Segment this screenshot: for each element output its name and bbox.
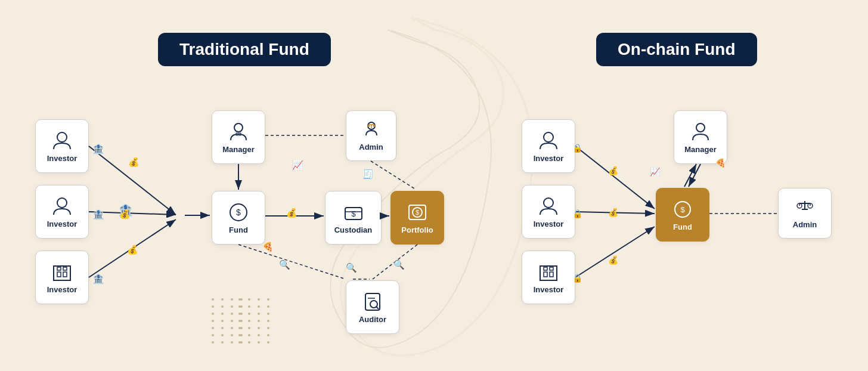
svg-text:$: $: [236, 208, 241, 217]
money-bag-2: 💰: [119, 209, 131, 219]
svg-line-59: [575, 227, 655, 277]
trad-investor2: Investor: [35, 185, 89, 239]
investor-icon: [538, 130, 559, 152]
svg-line-61: [684, 164, 696, 187]
svg-point-18: [373, 125, 376, 127]
trad-investor3: Investor: [35, 251, 89, 304]
trad-investor2-label: Investor: [47, 219, 78, 228]
trad-manager-label: Manager: [222, 145, 254, 154]
money-bag-1: 💰: [128, 157, 140, 168]
svg-line-24: [376, 307, 379, 309]
money-oc-2: 💰: [608, 208, 618, 217]
chart-trad: 📈: [292, 160, 303, 171]
trad-investor1: Investor: [35, 119, 89, 173]
trad-fund-label: Fund: [229, 225, 248, 234]
building-icon: [51, 261, 73, 283]
dot-grid-2: [238, 298, 272, 344]
trad-investor3-label: Investor: [47, 285, 78, 294]
trad-investor1-label: Investor: [47, 154, 78, 163]
magnify-1: 🔍: [279, 259, 290, 270]
svg-line-56: [373, 245, 417, 279]
svg-point-27: [544, 198, 553, 208]
money-oc-1: 💰: [608, 166, 618, 175]
investor-icon: [51, 130, 73, 152]
svg-line-58: [575, 212, 655, 214]
money-bag-fund-cust: 💰: [286, 208, 297, 218]
trad-auditor-label: Auditor: [359, 315, 386, 324]
trad-manager: Manager: [212, 110, 265, 164]
svg-line-57: [575, 146, 655, 209]
svg-line-60: [689, 164, 700, 187]
trad-fund: $ Fund: [212, 191, 265, 245]
oc-fund-label: Fund: [673, 222, 692, 231]
svg-text:$: $: [351, 209, 356, 218]
trad-custodian: $ Custodian: [325, 191, 382, 245]
bank-badge-3: 🏦: [92, 273, 104, 285]
bank-node-trad: 🏦: [118, 203, 133, 217]
portfolio-icon: $: [407, 202, 428, 223]
money-oc-3: 💰: [608, 255, 618, 265]
chart-oc: 📈: [650, 167, 660, 177]
svg-text:$: $: [680, 205, 685, 214]
svg-point-33: [696, 123, 705, 132]
onchain-fund-title: On-chain Fund: [596, 33, 757, 66]
traditional-fund-title: Traditional Fund: [158, 33, 331, 66]
svg-text:$: $: [416, 209, 419, 216]
svg-rect-2: [54, 266, 70, 280]
manager-icon: [228, 121, 249, 143]
svg-rect-32: [550, 267, 553, 270]
bank-badge-1: 🏦: [92, 143, 104, 154]
magnify-3: 🔍: [393, 259, 405, 270]
oc-investor1: Investor: [522, 119, 575, 173]
svg-rect-3: [57, 272, 61, 277]
bank-badge-2: 🏦: [92, 209, 104, 220]
main-container: Traditional Fund On-chain Fund Investor …: [0, 0, 868, 371]
svg-rect-4: [63, 272, 67, 277]
oc-manager-label: Manager: [684, 145, 716, 154]
svg-line-54: [238, 245, 346, 279]
svg-rect-28: [540, 266, 557, 280]
trad-portfolio: $ Portfolio: [390, 191, 444, 245]
oc-fund: $ Fund: [656, 188, 709, 242]
pizza-trad: 🍕: [262, 242, 274, 252]
svg-line-46: [89, 212, 176, 215]
oc-investor3-label: Investor: [534, 285, 564, 294]
trad-auditor: Auditor: [346, 280, 399, 334]
svg-rect-5: [57, 267, 61, 270]
fund-icon: $: [228, 202, 249, 223]
money-bag-3: 💰: [127, 245, 138, 255]
svg-rect-31: [544, 267, 547, 270]
oc-admin-label: Admin: [793, 220, 817, 229]
auditor-icon: [362, 291, 383, 313]
investor-icon: [538, 196, 559, 217]
custodian-icon: $: [343, 202, 364, 223]
svg-point-26: [544, 132, 553, 142]
oc-investor2-label: Investor: [534, 219, 564, 228]
svg-point-7: [234, 123, 243, 132]
svg-line-47: [89, 219, 176, 277]
oc-investor2: Investor: [522, 185, 575, 239]
admin-icon: [361, 120, 382, 140]
oc-investor3: Investor: [522, 251, 575, 304]
oc-manager: Manager: [674, 110, 727, 164]
svg-line-45: [89, 146, 176, 215]
building-icon: [538, 261, 559, 283]
svg-rect-30: [550, 272, 553, 277]
svg-line-53: [371, 161, 416, 190]
receipt-trad: 🧾: [362, 169, 374, 180]
svg-point-0: [57, 132, 67, 142]
trad-admin-label: Admin: [359, 143, 383, 152]
magnify-2: 🔍: [346, 262, 357, 273]
admin-balance-icon: [795, 197, 815, 218]
trad-custodian-label: Custodian: [334, 225, 373, 234]
oc-admin: Admin: [778, 188, 832, 239]
manager-icon: [690, 121, 711, 143]
fund-icon: $: [672, 199, 693, 220]
trad-portfolio-label: Portfolio: [401, 225, 433, 234]
svg-point-17: [367, 125, 370, 127]
investor-icon: [51, 196, 73, 217]
svg-rect-6: [63, 267, 67, 270]
svg-point-1: [57, 198, 67, 208]
oc-investor1-label: Investor: [534, 154, 564, 163]
trad-admin: Admin: [346, 110, 396, 161]
